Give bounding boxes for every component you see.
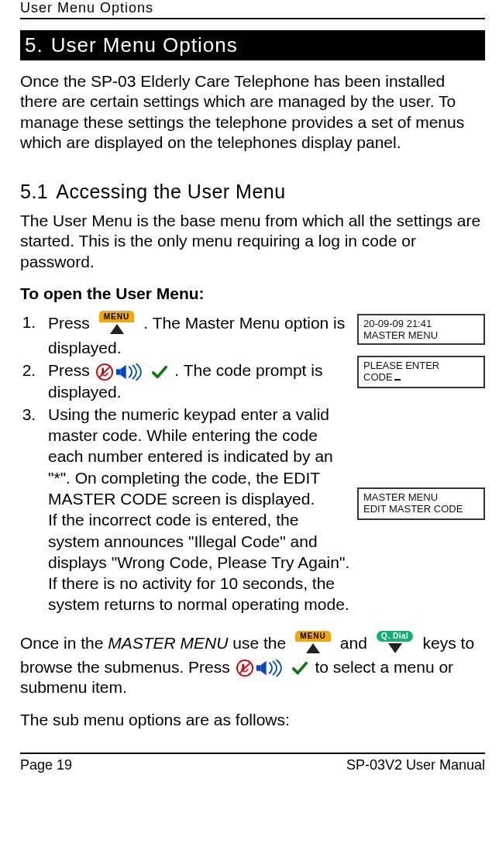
lcd-line: CODE — [363, 371, 479, 384]
step-text: Using the numeric keypad enter a valid m… — [48, 405, 333, 508]
text-fragment: Once in the — [20, 633, 108, 651]
lcd-line: 20-09-09 21:41 — [363, 318, 479, 330]
step-text: Press — [48, 313, 95, 331]
qdial-key-icon: Q. Dial — [373, 631, 417, 657]
chapter-heading: 5. User Menu Options — [20, 30, 485, 60]
svg-rect-3 — [115, 369, 120, 374]
chapter-number: 5. — [25, 33, 43, 57]
after-steps-para-1: Once in the MASTER MENU use the MENU and… — [20, 631, 485, 698]
triangle-down-icon — [388, 643, 402, 653]
lcd-enter-code: PLEASE ENTER CODE — [357, 356, 485, 388]
lcd-edit-master-code: MASTER MENU EDIT MASTER CODE — [357, 487, 485, 520]
page-number: Page 19 — [20, 757, 72, 773]
triangle-up-icon — [110, 324, 124, 334]
text-fragment: and — [340, 633, 372, 651]
after-steps-para-2: The sub menu options are as follows: — [20, 710, 485, 730]
procedure-heading: To open the User Menu: — [20, 284, 485, 303]
section-intro: The User Menu is the base menu from whic… — [20, 211, 485, 272]
step-text: Press — [48, 361, 95, 379]
menu-key-icon: MENU — [96, 311, 138, 337]
svg-rect-8 — [256, 666, 260, 671]
triangle-up-icon — [306, 643, 320, 653]
svg-marker-4 — [120, 364, 126, 378]
menu-key-icon: MENU — [292, 631, 334, 657]
lcd-line: MASTER MENU — [363, 491, 479, 504]
step-note: If the incorrect code is entered, the sy… — [48, 511, 349, 571]
section-heading: 5.1Accessing the User Menu — [20, 181, 485, 203]
lcd-line: MASTER MENU — [363, 329, 479, 342]
svg-rect-2 — [102, 367, 104, 373]
step-note: If there is no activity for 10 seconds, … — [48, 574, 349, 613]
lcd-line: PLEASE ENTER — [363, 360, 479, 372]
qdial-key-label: Q. Dial — [377, 631, 413, 642]
section-number: 5.1 — [20, 181, 48, 202]
section-title: Accessing the User Menu — [56, 181, 285, 202]
menu-key-label: MENU — [295, 631, 330, 642]
chapter-intro: Once the SP-03 Elderly Care Telephone ha… — [20, 71, 485, 153]
text-italic: MASTER MENU — [108, 633, 228, 651]
svg-marker-9 — [260, 661, 266, 675]
chapter-title: User Menu Options — [51, 33, 238, 57]
svg-rect-7 — [242, 664, 244, 670]
text-fragment: use the — [228, 633, 291, 651]
mute-speaker-check-icon — [96, 363, 169, 381]
mute-speaker-check-icon — [236, 659, 309, 677]
cursor-icon — [394, 379, 401, 381]
lcd-master-menu: 20-09-09 21:41 MASTER MENU — [357, 314, 485, 345]
menu-key-label: MENU — [99, 311, 134, 322]
running-header: User Menu Options — [20, 0, 485, 19]
page-footer: Page 19 SP-03V2 User Manual — [20, 753, 485, 773]
lcd-line: EDIT MASTER CODE — [363, 503, 479, 515]
manual-title: SP-03V2 User Manual — [346, 757, 485, 773]
